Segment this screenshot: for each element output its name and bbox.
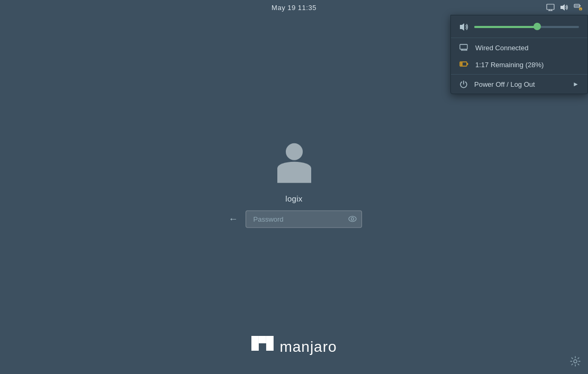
password-row: ←: [227, 210, 362, 227]
panel-volume-icon: [459, 23, 469, 31]
settings-button[interactable]: [570, 356, 581, 367]
svg-rect-6: [580, 5, 581, 6]
volume-thumb[interactable]: [533, 23, 541, 30]
volume-fill: [474, 26, 537, 28]
avatar-head: [286, 143, 303, 160]
volume-row: [451, 15, 587, 38]
volume-slider[interactable]: [474, 25, 579, 29]
power-row[interactable]: Power Off / Log Out ►: [451, 75, 587, 94]
topbar: May 19 11:35 !: [0, 0, 588, 15]
back-button[interactable]: ←: [227, 211, 240, 226]
avatar-body: [277, 161, 311, 183]
power-arrow-icon: ►: [573, 80, 579, 88]
power-icon: [459, 80, 468, 88]
battery-icon: [459, 60, 469, 69]
brand-logo: manjaro: [251, 336, 337, 358]
user-icon-btn[interactable]: !: [572, 2, 584, 13]
topbar-icons: !: [545, 2, 584, 13]
volume-icon-btn[interactable]: [558, 2, 570, 13]
manjaro-icon: [251, 336, 273, 358]
svg-point-19: [351, 217, 354, 220]
svg-marker-10: [460, 23, 464, 31]
svg-rect-22: [266, 336, 273, 351]
screen-icon: [546, 4, 555, 11]
svg-rect-21: [258, 336, 266, 343]
password-input[interactable]: [246, 210, 362, 227]
screen-icon-btn[interactable]: [545, 2, 556, 13]
network-icon: [459, 43, 469, 52]
svg-rect-16: [467, 63, 468, 65]
show-password-icon[interactable]: [348, 216, 357, 222]
password-field-wrap: [246, 210, 362, 227]
datetime-label: May 19 11:35: [272, 4, 316, 12]
username-label: logix: [285, 194, 302, 203]
svg-point-23: [574, 360, 577, 363]
svg-rect-0: [547, 4, 554, 10]
gear-icon: [570, 356, 581, 367]
svg-marker-4: [560, 4, 565, 11]
network-label: Wired Connected: [475, 44, 528, 52]
user-icon: !: [574, 3, 582, 12]
volume-icon: [560, 4, 568, 11]
svg-rect-7: [575, 5, 579, 7]
svg-rect-20: [251, 336, 258, 351]
battery-row: 1:17 Remaining (28%): [451, 57, 587, 75]
system-panel: Wired Connected 1:17 Remaining (28%) Pow…: [450, 15, 588, 94]
svg-rect-17: [460, 62, 463, 66]
svg-rect-11: [460, 44, 467, 49]
svg-text:!: !: [580, 8, 581, 12]
power-label: Power Off / Log Out: [474, 80, 566, 88]
svg-point-18: [349, 216, 356, 222]
brand-name: manjaro: [279, 339, 337, 355]
login-area: logix ←: [227, 143, 362, 227]
battery-label: 1:17 Remaining (28%): [475, 61, 544, 69]
network-row: Wired Connected: [451, 38, 587, 57]
user-avatar: [273, 143, 315, 185]
volume-track: [474, 26, 579, 28]
